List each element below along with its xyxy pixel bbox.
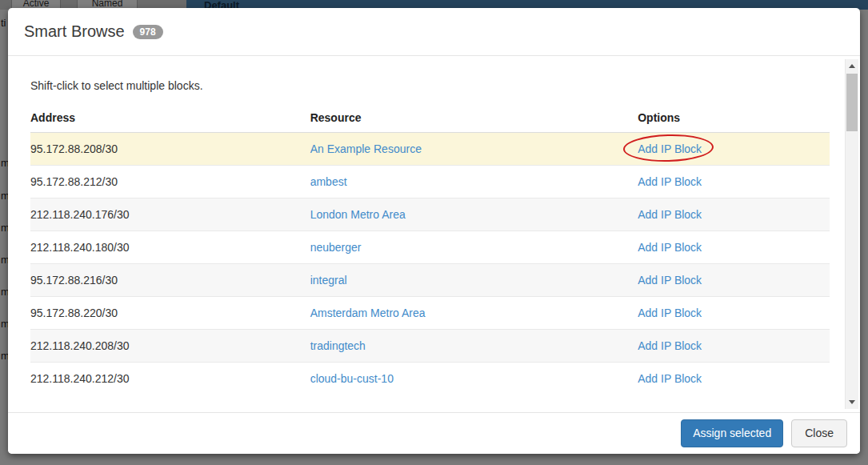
options-cell: Add IP Block [638, 363, 830, 395]
option-wrapper: Add IP Block [638, 175, 702, 188]
add-ip-block-link[interactable]: Add IP Block [638, 307, 702, 319]
options-cell: Add IP Block [638, 297, 830, 330]
scroll-up-button[interactable] [846, 59, 858, 73]
options-cell: Add IP Block [638, 133, 830, 166]
resource-link[interactable]: tradingtech [310, 339, 366, 352]
add-ip-block-link[interactable]: Add IP Block [638, 339, 702, 352]
address-cell: 95.172.88.220/30 [30, 297, 310, 330]
add-ip-block-link[interactable]: Add IP Block [638, 142, 702, 155]
table-row[interactable]: 95.172.88.212/30 ambest Add IP Block [30, 166, 830, 198]
table-row[interactable]: 212.118.240.212/30 cloud-bu-cust-10 Add … [30, 363, 830, 395]
option-wrapper: Add IP Block [638, 208, 702, 221]
option-wrapper: Add IP Block [638, 372, 702, 385]
resource-link[interactable]: cloud-bu-cust-10 [310, 372, 394, 385]
options-cell: Add IP Block [638, 166, 830, 198]
table-header-row: Address Resource Options [30, 105, 830, 133]
add-ip-block-link[interactable]: Add IP Block [638, 372, 702, 385]
table-row[interactable]: 212.118.240.176/30 London Metro Area Add… [30, 198, 830, 231]
resource-cell: ambest [310, 166, 638, 198]
options-column-header: Options [638, 105, 830, 133]
resource-link[interactable]: An Example Resource [310, 142, 422, 155]
assign-selected-button[interactable]: Assign selected [681, 419, 783, 447]
address-cell: 212.118.240.176/30 [30, 198, 310, 231]
add-ip-block-link[interactable]: Add IP Block [638, 241, 702, 254]
resource-link[interactable]: Amsterdam Metro Area [310, 307, 426, 319]
add-ip-block-link[interactable]: Add IP Block [638, 208, 702, 221]
resource-link[interactable]: ambest [310, 175, 347, 188]
add-ip-block-link[interactable]: Add IP Block [638, 274, 702, 287]
address-cell: 212.118.240.208/30 [30, 330, 310, 363]
resource-cell: London Metro Area [310, 198, 638, 231]
resource-cell: An Example Resource [310, 133, 638, 166]
resource-link[interactable]: London Metro Area [310, 208, 406, 221]
resource-link[interactable]: integral [310, 274, 347, 287]
smart-browse-modal: Smart Browse 978 Shift-click to select m… [8, 8, 860, 454]
scroll-down-button[interactable] [846, 395, 858, 409]
table-row[interactable]: 95.172.88.220/30 Amsterdam Metro Area Ad… [30, 297, 830, 330]
resource-cell: Amsterdam Metro Area [310, 297, 638, 330]
table-row[interactable]: 212.118.240.180/30 neuberger Add IP Bloc… [30, 231, 830, 264]
table-row[interactable]: 95.172.88.216/30 integral Add IP Block [30, 264, 830, 297]
close-button[interactable]: Close [791, 419, 847, 447]
scrollbar-thumb[interactable] [846, 74, 858, 131]
add-ip-block-link[interactable]: Add IP Block [638, 175, 702, 188]
table-row[interactable]: 95.172.88.208/30 An Example Resource Add… [30, 133, 830, 166]
table-head: Address Resource Options [30, 105, 830, 133]
address-cell: 212.118.240.212/30 [30, 363, 310, 395]
modal-header: Smart Browse 978 [8, 8, 860, 56]
options-cell: Add IP Block [638, 330, 830, 363]
modal-footer: Assign selected Close [8, 412, 860, 454]
address-cell: 95.172.88.208/30 [30, 133, 310, 166]
count-badge: 978 [133, 25, 163, 39]
vertical-scrollbar[interactable] [845, 59, 858, 409]
modal-title: Smart Browse [24, 22, 125, 41]
hint-text: Shift-click to select multiple blocks. [30, 79, 830, 92]
options-cell: Add IP Block [638, 198, 830, 231]
address-cell: 95.172.88.212/30 [30, 166, 310, 198]
resource-cell: cloud-bu-cust-10 [310, 363, 638, 395]
option-wrapper: Add IP Block [638, 339, 702, 352]
resource-column-header: Resource [310, 105, 638, 133]
resource-cell: integral [310, 264, 638, 297]
option-wrapper: Add IP Block [638, 307, 702, 319]
scroll-down-icon [849, 400, 855, 404]
blocks-table: Address Resource Options 95.172.88.208/3… [30, 105, 830, 395]
option-wrapper: Add IP Block [638, 241, 702, 254]
table-row[interactable]: 212.118.240.208/30 tradingtech Add IP Bl… [30, 330, 830, 363]
options-cell: Add IP Block [638, 264, 830, 297]
address-cell: 95.172.88.216/30 [30, 264, 310, 297]
resource-cell: tradingtech [310, 330, 638, 363]
scroll-up-icon [849, 64, 855, 68]
options-cell: Add IP Block [638, 231, 830, 264]
option-wrapper: Add IP Block [638, 142, 702, 155]
resource-cell: neuberger [310, 231, 638, 264]
resource-link[interactable]: neuberger [310, 241, 362, 254]
address-column-header: Address [30, 105, 310, 133]
modal-body: Shift-click to select multiple blocks. A… [8, 57, 860, 412]
table-body: 95.172.88.208/30 An Example Resource Add… [30, 133, 830, 395]
option-wrapper: Add IP Block [638, 274, 702, 287]
address-cell: 212.118.240.180/30 [30, 231, 310, 264]
